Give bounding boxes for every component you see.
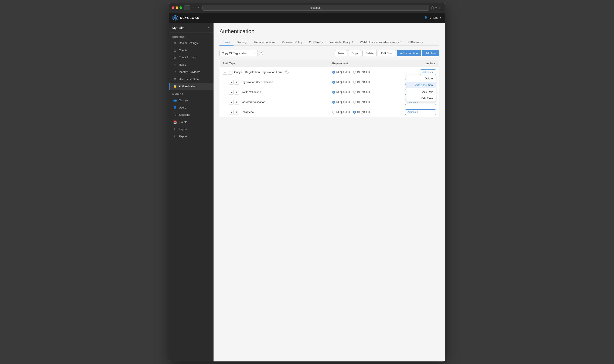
sidebar-item-identity-providers[interactable]: ⇌ Identity Providers xyxy=(169,68,213,76)
row-down-btn-1[interactable]: ▼ xyxy=(228,70,233,75)
realm-settings-icon: ⚙ xyxy=(173,41,177,45)
disabled-radio-1[interactable] xyxy=(353,71,356,74)
add-flow-button[interactable]: Add flow xyxy=(422,50,439,56)
tab-bindings[interactable]: Bindings xyxy=(234,39,251,46)
row-down-btn-4[interactable]: ▼ xyxy=(234,100,239,104)
share-btn[interactable]: ⎙ xyxy=(431,6,434,10)
required-radio-1[interactable] xyxy=(332,71,335,74)
browser-window: ⬚ ‹ › localhost ⎙ + ⬚ KEYCLOAK 👤 P. Rupp xyxy=(169,3,445,362)
menu-delete-1[interactable]: Delete xyxy=(406,75,436,82)
close-dot[interactable] xyxy=(172,6,174,9)
sidebar-item-export[interactable]: ⬇ Export xyxy=(169,133,213,140)
page-title: Authentication xyxy=(220,28,439,35)
disabled-option-2[interactable]: DISABLED xyxy=(353,81,370,84)
required-option-4[interactable]: REQUIRED xyxy=(332,101,350,104)
row-up-btn-1[interactable]: ▲ xyxy=(223,70,227,75)
tab-webauthn-policy[interactable]: WebAuthn Policy ? xyxy=(326,39,357,46)
auth-type-name-5: Recaptcha xyxy=(240,110,254,114)
required-radio-3[interactable] xyxy=(332,91,335,94)
disabled-label-2: DISABLED xyxy=(357,81,370,84)
edit-flow-button[interactable]: Edit Flow xyxy=(378,50,396,56)
disabled-option-5[interactable]: DISABLED xyxy=(353,111,370,114)
minimize-dot[interactable] xyxy=(176,6,178,9)
col-actions: Actions xyxy=(402,60,439,67)
table-row: ▲ ▼ Recaptcha REQUIRED xyxy=(220,107,439,117)
maximize-dot[interactable] xyxy=(180,6,182,9)
tab-password-policy[interactable]: Password Policy xyxy=(278,39,305,46)
requirement-cell-1: REQUIRED DISABLED xyxy=(329,67,402,77)
disabled-radio-5[interactable] xyxy=(353,111,356,114)
back-btn[interactable]: ‹ xyxy=(192,5,196,10)
flow-select[interactable]: Copy Of Registration xyxy=(220,50,258,56)
row-down-btn-2[interactable]: ▼ xyxy=(234,80,239,85)
flow-help-btn[interactable]: ? xyxy=(259,51,263,55)
disabled-option-4[interactable]: DISABLED xyxy=(353,101,370,104)
row-down-btn-5[interactable]: ▼ xyxy=(234,110,239,115)
row-up-btn-3[interactable]: ▲ xyxy=(229,90,234,94)
actions-label-5: Actions xyxy=(407,111,416,114)
required-option-5[interactable]: REQUIRED xyxy=(332,111,350,114)
window-controls xyxy=(172,6,182,9)
new-button[interactable]: New xyxy=(335,50,347,56)
delete-button[interactable]: Delete xyxy=(363,50,377,56)
sidebar-item-import[interactable]: ⬆ Import xyxy=(169,126,213,133)
user-menu[interactable]: 👤 P. Rupp ▼ xyxy=(424,16,442,19)
actions-dropdown-btn-5[interactable]: Actions ▼ xyxy=(405,109,436,115)
realm-selector[interactable]: Myrealm ▼ xyxy=(169,23,213,33)
menu-add-execution-1[interactable]: Add execution xyxy=(406,82,436,88)
user-icon: 👤 xyxy=(424,16,428,19)
tab-required-actions[interactable]: Required Actions xyxy=(251,39,278,46)
copy-button[interactable]: Copy xyxy=(348,50,361,56)
required-radio-4[interactable] xyxy=(332,101,335,104)
disabled-radio-4[interactable] xyxy=(353,101,356,104)
sidebar-item-users[interactable]: 👤 Users xyxy=(169,104,213,111)
sidebar-item-events[interactable]: 📅 Events xyxy=(169,118,213,126)
sidebar-toggle-btn[interactable]: ⬚ xyxy=(184,5,190,10)
row-help-icon-1[interactable]: ? xyxy=(285,70,288,74)
row-up-btn-4[interactable]: ▲ xyxy=(229,100,234,104)
address-bar[interactable]: localhost xyxy=(202,5,429,11)
sidebar-label-events: Events xyxy=(179,120,187,124)
tab-otp-policy[interactable]: OTP Policy xyxy=(305,39,326,46)
requirement-options-3: REQUIRED DISABLED xyxy=(332,91,399,94)
sidebar-item-realm-settings[interactable]: ⚙ Realm Settings xyxy=(169,39,213,47)
sidebar-label-authentication: Authentication xyxy=(179,85,196,88)
disabled-radio-2[interactable] xyxy=(353,81,356,84)
client-scopes-icon: ◈ xyxy=(173,56,177,59)
actions-cell-5: Actions ▼ xyxy=(402,107,439,117)
tab-flows[interactable]: Flows xyxy=(220,39,234,46)
browser-actions: ⎙ + ⬚ xyxy=(431,6,442,10)
new-tab-btn[interactable]: + xyxy=(435,6,437,10)
sidebar-item-user-federation[interactable]: ⊟ User Federation xyxy=(169,76,213,83)
required-label-1: REQUIRED xyxy=(336,71,350,74)
required-option-1[interactable]: REQUIRED xyxy=(332,71,350,74)
manage-section-label: Manage xyxy=(169,90,213,97)
sidebar-item-clients[interactable]: ◻ Clients xyxy=(169,47,213,54)
sidebar-item-client-scopes[interactable]: ◈ Client Scopes xyxy=(169,54,213,61)
actions-dropdown-btn-1[interactable]: Actions ▼ xyxy=(420,69,436,75)
sidebar-item-groups[interactable]: 👥 Groups xyxy=(169,97,213,104)
menu-edit-flow-1[interactable]: Edit Flow xyxy=(406,95,436,102)
disabled-option-3[interactable]: DISABLED xyxy=(353,91,370,94)
required-radio-5[interactable] xyxy=(332,111,335,114)
row-up-btn-2[interactable]: ▲ xyxy=(229,80,234,85)
sidebar-item-roles[interactable]: ≡ Roles xyxy=(169,61,213,68)
sidebar-item-sessions[interactable]: ⏱ Sessions xyxy=(169,111,213,118)
row-down-btn-3[interactable]: ▼ xyxy=(234,90,239,94)
identity-providers-icon: ⇌ xyxy=(173,70,177,74)
required-option-2[interactable]: REQUIRED xyxy=(332,81,350,84)
row-up-btn-5[interactable]: ▲ xyxy=(229,110,234,115)
sidebar-item-authentication[interactable]: 🔒 Authentication xyxy=(169,83,213,90)
forward-btn[interactable]: › xyxy=(196,5,200,10)
tab-webauthn-passwordless[interactable]: WebAuthn Passwordless Policy ? xyxy=(357,39,405,46)
main-content: Authentication Flows Bindings Required A… xyxy=(213,23,445,362)
sidebar-label-import: Import xyxy=(179,128,187,131)
disabled-radio-3[interactable] xyxy=(353,91,356,94)
tabs-btn[interactable]: ⬚ xyxy=(439,6,442,10)
disabled-option-1[interactable]: DISABLED xyxy=(353,71,370,74)
required-option-3[interactable]: REQUIRED xyxy=(332,91,350,94)
menu-add-flow-1[interactable]: Add flow xyxy=(406,88,436,95)
add-execution-button[interactable]: Add execution xyxy=(397,50,421,56)
tab-ciba-policy[interactable]: CIBA Policy xyxy=(405,39,426,46)
required-radio-2[interactable] xyxy=(332,81,335,84)
